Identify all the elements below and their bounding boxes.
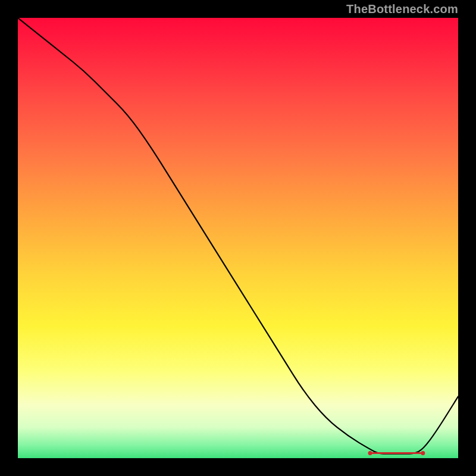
svg-point-2 — [421, 451, 425, 455]
bottleneck-line — [18, 18, 458, 454]
chart-frame: TheBottleneck.com — [0, 0, 476, 476]
line-curve — [18, 18, 458, 458]
flat-range-marker — [368, 451, 425, 455]
svg-point-1 — [368, 451, 372, 455]
plot-area — [18, 18, 458, 458]
watermark-text: TheBottleneck.com — [346, 2, 458, 16]
